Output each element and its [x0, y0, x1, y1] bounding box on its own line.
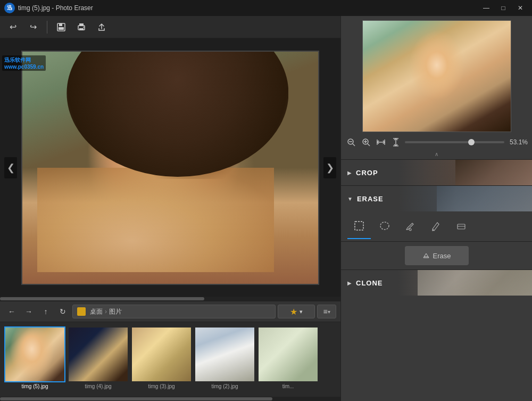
erase-section-header[interactable]: ▼ ERASE [341, 186, 532, 211]
preview-thumbnail [362, 20, 511, 132]
fit-height-button[interactable] [390, 136, 402, 148]
zoom-percentage: 53.1% [508, 138, 528, 146]
brush-erase-tool[interactable] [398, 216, 422, 239]
toolbar: ↩ ↪ [0, 16, 340, 38]
erase-title: ERASE [357, 195, 384, 203]
forward-button[interactable]: → [21, 304, 36, 319]
save-button[interactable] [53, 19, 70, 36]
section-erase: ▼ ERASE [341, 185, 532, 269]
rectangle-select-tool[interactable] [347, 216, 371, 239]
clone-arrow: ▶ [347, 280, 352, 286]
path-sep-1: › [105, 308, 107, 315]
erase-tools [341, 211, 532, 242]
svg-line-11 [368, 144, 370, 146]
print-button[interactable] [73, 19, 90, 36]
filmstrip-item-3[interactable]: timg (3).jpg [131, 326, 192, 389]
filmstrip-label-3: timg (3).jpg [148, 383, 174, 389]
canvas-nav-left[interactable]: ❮ [4, 157, 17, 178]
erase-button-container: Erase [341, 242, 532, 269]
filmstrip-item-1[interactable]: timg (5).jpg [4, 326, 65, 389]
filmstrip-item-5[interactable]: tim... [257, 326, 319, 389]
filmstrip-thumb-3 [131, 326, 192, 382]
window-controls: — □ ✕ [479, 3, 528, 13]
lasso-select-tool[interactable] [373, 216, 396, 239]
filmstrip-scrollbar[interactable] [0, 397, 340, 401]
svg-rect-4 [79, 23, 84, 26]
erase-arrow: ▼ [347, 196, 353, 202]
pencil-erase-tool[interactable] [424, 216, 447, 239]
filmstrip-label-5: tim... [282, 383, 294, 389]
eraser-tool[interactable] [450, 216, 473, 239]
titlebar: 迅 timg (5).jpg - Photo Eraser — □ ✕ [0, 0, 532, 16]
main-image [22, 52, 318, 284]
erase-button[interactable]: Erase [405, 246, 469, 265]
zoom-slider[interactable] [405, 141, 504, 143]
svg-point-21 [380, 222, 389, 230]
share-button[interactable] [93, 19, 110, 36]
main-image-container [21, 51, 319, 285]
filmstrip-label-1: timg (5).jpg [21, 383, 48, 389]
clone-section-header[interactable]: ▶ CLONE [341, 270, 532, 296]
path-folder-icon [77, 307, 86, 316]
filmstrip-label-4: timg (2).jpg [211, 383, 238, 389]
view-button[interactable]: ≡ ▾ [317, 305, 336, 318]
svg-rect-5 [79, 28, 84, 30]
back-button[interactable]: ← [4, 304, 19, 319]
app-logo: 迅 [4, 3, 15, 13]
svg-rect-2 [59, 27, 64, 30]
svg-line-8 [353, 144, 355, 146]
svg-rect-20 [355, 222, 363, 230]
filmstrip-thumb-5 [257, 326, 319, 382]
filmstrip-item-2[interactable]: timg (4).jpg [68, 326, 129, 389]
path-bar[interactable]: 桌面 › 图片 [72, 305, 276, 318]
toolbar-separator-1 [47, 21, 47, 34]
window-title: timg (5).jpg - Photo Eraser [18, 4, 93, 12]
titlebar-left: 迅 timg (5).jpg - Photo Eraser [4, 3, 93, 13]
minimize-button[interactable]: — [479, 3, 494, 13]
svg-rect-1 [59, 23, 62, 26]
undo-button[interactable]: ↩ [4, 19, 21, 36]
filmstrip-thumb-1 [4, 326, 65, 382]
crop-arrow: ▶ [347, 170, 352, 176]
svg-point-6 [83, 27, 84, 28]
file-browser-toolbar: ← → ↑ ↻ 桌面 › 图片 ★ ▾ ≡ ▾ [0, 301, 340, 322]
clone-title: CLONE [356, 279, 383, 287]
main-layout: ↩ ↪ [0, 16, 532, 401]
right-panel: 53.1% ∧ ▶ CROP ▼ ERASE [340, 16, 532, 401]
watermark: 迅乐软件网 www.pc0359.cn [2, 55, 46, 71]
left-panel: ↩ ↪ [0, 16, 340, 401]
path-pictures: 图片 [109, 307, 122, 316]
filmstrip-label-2: timg (4).jpg [85, 383, 111, 389]
canvas-scrollbar-thumb [0, 297, 204, 300]
canvas-scrollbar[interactable] [0, 297, 340, 301]
zoom-controls: 53.1% [341, 134, 532, 150]
maximize-button[interactable]: □ [496, 3, 511, 13]
fit-width-button[interactable] [375, 136, 387, 148]
filmstrip: timg (5).jpg timg (4).jpg timg (3).jpg [0, 322, 340, 397]
close-button[interactable]: ✕ [513, 3, 528, 13]
section-clone: ▶ CLONE [341, 269, 532, 296]
preview-image [363, 21, 511, 132]
filmstrip-thumb-4 [194, 326, 255, 382]
path-desktop: 桌面 [90, 307, 103, 316]
zoom-out-button[interactable] [345, 136, 357, 148]
filmstrip-thumb-2 [68, 326, 129, 382]
refresh-button[interactable]: ↻ [55, 304, 70, 319]
zoom-in-button[interactable] [360, 136, 372, 148]
canvas-area: 迅乐软件网 www.pc0359.cn ❮ ❯ [0, 38, 340, 297]
redo-button[interactable]: ↪ [24, 19, 41, 36]
crop-section-header[interactable]: ▶ CROP [341, 160, 532, 185]
canvas-nav-right[interactable]: ❯ [323, 157, 336, 178]
zoom-collapse-button[interactable]: ∧ [341, 150, 532, 159]
up-button[interactable]: ↑ [38, 304, 53, 319]
section-crop: ▶ CROP [341, 159, 532, 185]
favorites-button[interactable]: ★ ▾ [278, 305, 315, 318]
filmstrip-item-4[interactable]: timg (2).jpg [194, 326, 255, 389]
svg-point-22 [409, 228, 411, 231]
crop-title: CROP [356, 169, 378, 177]
zoom-slider-thumb [468, 139, 475, 145]
filmstrip-scrollbar-thumb [0, 397, 272, 400]
